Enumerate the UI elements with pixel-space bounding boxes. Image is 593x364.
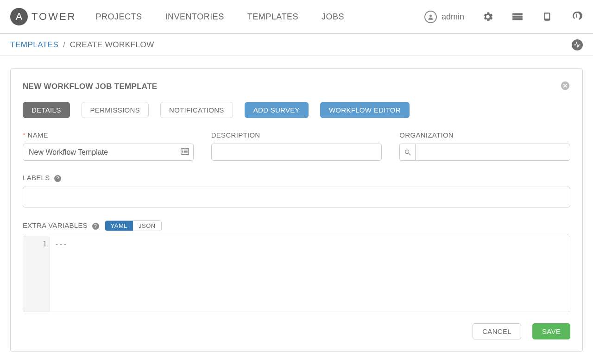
close-icon[interactable] bbox=[560, 81, 570, 93]
toggle-yaml[interactable]: YAML bbox=[105, 221, 133, 231]
breadcrumb: TEMPLATES / CREATE WORKFLOW bbox=[0, 34, 593, 56]
tab-add-survey[interactable]: ADD SURVEY bbox=[245, 102, 309, 118]
cancel-button[interactable]: CANCEL bbox=[473, 323, 521, 339]
nav-projects[interactable]: PROJECTS bbox=[95, 12, 142, 22]
code-content[interactable]: --- bbox=[50, 236, 570, 312]
nav-jobs[interactable]: JOBS bbox=[322, 12, 344, 22]
name-input[interactable] bbox=[23, 144, 194, 161]
top-nav: A TOWER PROJECTS INVENTORIES TEMPLATES J… bbox=[0, 0, 593, 34]
form-row-1: * NAME DESCRIPTION ORGANIZATION bbox=[23, 131, 570, 161]
tab-permissions[interactable]: PERMISSIONS bbox=[82, 102, 149, 118]
brand-name: TOWER bbox=[32, 11, 76, 23]
settings-icon[interactable] bbox=[482, 11, 494, 23]
panel-title: NEW WORKFLOW JOB TEMPLATE bbox=[23, 82, 158, 91]
tab-bar: DETAILS PERMISSIONS NOTIFICATIONS ADD SU… bbox=[23, 102, 570, 118]
list-icon[interactable] bbox=[181, 148, 189, 157]
field-organization: ORGANIZATION bbox=[399, 131, 570, 161]
panel-header: NEW WORKFLOW JOB TEMPLATE bbox=[23, 81, 570, 93]
tab-workflow-editor[interactable]: WORKFLOW EDITOR bbox=[320, 102, 410, 118]
nav-right: admin bbox=[424, 11, 583, 23]
user-menu[interactable]: admin bbox=[424, 11, 464, 23]
field-extra-variables: EXTRA VARIABLES ? YAML JSON 1 --- bbox=[23, 220, 570, 312]
name-label: * NAME bbox=[23, 131, 194, 139]
labels-help-icon[interactable]: ? bbox=[54, 175, 61, 182]
field-description: DESCRIPTION bbox=[211, 131, 382, 161]
portal-icon[interactable] bbox=[511, 11, 524, 23]
svg-rect-5 bbox=[182, 151, 183, 152]
extra-variables-help-icon[interactable]: ? bbox=[92, 223, 99, 230]
form-footer: CANCEL SAVE bbox=[23, 323, 570, 339]
nav-inventories[interactable]: INVENTORIES bbox=[165, 12, 224, 22]
user-icon bbox=[424, 11, 437, 23]
format-toggle: YAML JSON bbox=[105, 220, 162, 231]
labels-input[interactable] bbox=[23, 187, 570, 207]
logo[interactable]: A TOWER bbox=[10, 8, 76, 25]
organization-label: ORGANIZATION bbox=[399, 131, 570, 139]
save-button[interactable]: SAVE bbox=[532, 323, 570, 339]
labels-label: LABELS ? bbox=[23, 174, 570, 182]
svg-rect-6 bbox=[183, 151, 187, 152]
svg-point-0 bbox=[429, 14, 432, 17]
logout-icon[interactable] bbox=[571, 11, 583, 23]
tab-details[interactable]: DETAILS bbox=[23, 102, 70, 118]
breadcrumb-templates[interactable]: TEMPLATES bbox=[10, 40, 58, 50]
activity-stream-icon[interactable] bbox=[572, 39, 583, 50]
breadcrumb-current: CREATE WORKFLOW bbox=[70, 40, 154, 50]
svg-rect-8 bbox=[183, 152, 187, 153]
code-editor[interactable]: 1 --- bbox=[23, 236, 570, 312]
field-name: * NAME bbox=[23, 131, 194, 161]
svg-point-9 bbox=[405, 150, 409, 153]
required-mark: * bbox=[23, 131, 25, 139]
svg-rect-7 bbox=[182, 152, 183, 153]
toggle-json[interactable]: JSON bbox=[133, 221, 161, 231]
logo-badge-icon: A bbox=[10, 8, 28, 25]
svg-line-10 bbox=[409, 153, 410, 155]
tab-notifications[interactable]: NOTIFICATIONS bbox=[160, 102, 233, 118]
form-panel: NEW WORKFLOW JOB TEMPLATE DETAILS PERMIS… bbox=[10, 68, 583, 352]
svg-rect-4 bbox=[183, 150, 187, 151]
extra-variables-label: EXTRA VARIABLES ? bbox=[23, 221, 99, 230]
username-label: admin bbox=[442, 12, 464, 22]
organization-input[interactable] bbox=[415, 144, 570, 161]
svg-rect-3 bbox=[182, 150, 183, 151]
code-gutter: 1 bbox=[23, 236, 50, 312]
nav-templates[interactable]: TEMPLATES bbox=[247, 12, 298, 22]
field-labels: LABELS ? bbox=[23, 174, 570, 207]
docs-icon[interactable] bbox=[541, 11, 553, 23]
description-label: DESCRIPTION bbox=[211, 131, 382, 139]
organization-search-icon[interactable] bbox=[399, 144, 415, 161]
description-input[interactable] bbox=[211, 144, 382, 161]
nav-links: PROJECTS INVENTORIES TEMPLATES JOBS bbox=[95, 12, 344, 22]
breadcrumb-separator: / bbox=[63, 41, 65, 49]
